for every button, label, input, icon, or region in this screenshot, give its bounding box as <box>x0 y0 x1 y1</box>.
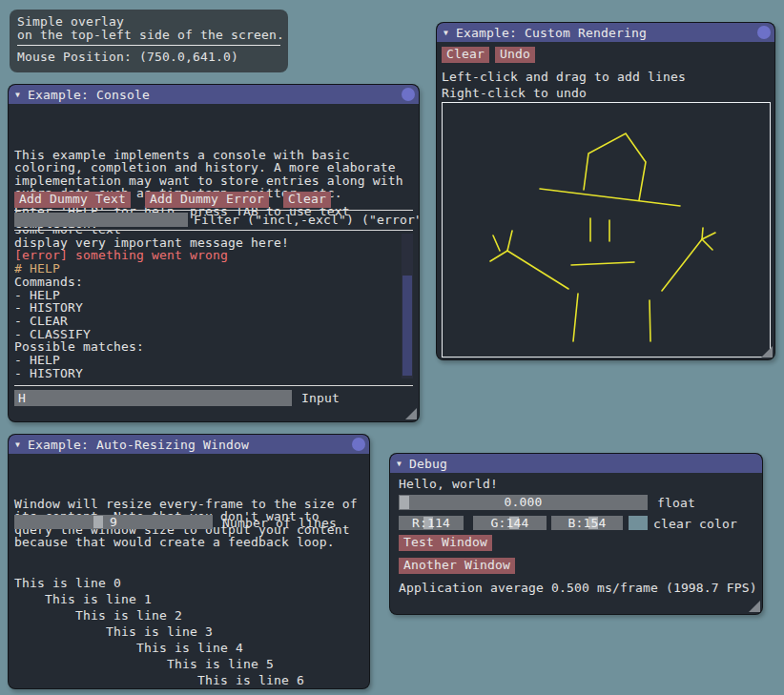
clear-button[interactable]: Clear <box>442 47 489 63</box>
list-item: This is line 1 <box>14 591 365 607</box>
clear-color-label: clear color <box>653 518 737 531</box>
window-title: Example: Auto-Resizing Window <box>28 438 249 452</box>
green-slider[interactable]: G:144 <box>473 516 547 530</box>
another-window-button[interactable]: Another Window <box>399 558 515 574</box>
clear-color-swatch[interactable] <box>629 516 648 530</box>
instruction-text: Right-click to undo <box>442 87 587 100</box>
collapse-arrow-icon[interactable]: ▼ <box>444 29 448 37</box>
debug-titlebar[interactable]: ▼ Debug <box>390 454 762 473</box>
list-item: This is line 3 <box>14 623 365 640</box>
filter-label: Filter ("incl,-excl") ("error" <box>194 214 420 227</box>
input-label: Input <box>301 392 340 405</box>
blue-slider[interactable]: B:154 <box>551 516 623 530</box>
console-button-row: Add Dummy Text Add Dummy Error Clear <box>14 192 338 208</box>
auto-resizing-window: ▼ Example: Auto-Resizing Window Window w… <box>8 434 370 689</box>
drawing-canvas[interactable] <box>442 102 771 358</box>
add-dummy-text-button[interactable]: Add Dummy Text <box>14 192 131 208</box>
slider-label: Number of lines <box>222 517 337 530</box>
float-slider[interactable]: 0.000 <box>399 495 648 510</box>
console-titlebar[interactable]: ▼ Example: Console <box>9 85 419 104</box>
resize-grip[interactable] <box>749 601 760 612</box>
custom-rendering-titlebar[interactable]: ▼ Example: Custom Rendering <box>437 23 774 42</box>
list-item: This is line 5 <box>14 656 365 672</box>
number-of-lines-slider[interactable]: 9 <box>14 515 213 529</box>
log-line: display very important message here! <box>14 236 400 250</box>
separator <box>17 45 280 46</box>
console-input[interactable]: H <box>14 390 292 406</box>
log-line: Commands: <box>14 276 400 289</box>
clear-button[interactable]: Clear <box>283 192 331 208</box>
debug-window: ▼ Debug Hello, world! 0.000 float R:114 … <box>389 453 763 615</box>
window-title: Debug <box>409 457 447 471</box>
line-list: This is line 0 This is line 1 This is li… <box>14 536 365 689</box>
list-item: This is line 2 <box>14 607 365 623</box>
log-line: - HISTORY <box>14 367 400 380</box>
collapse-arrow-icon[interactable]: ▼ <box>15 440 20 449</box>
simple-overlay: Simple overlay on the top-left side of t… <box>10 10 288 72</box>
log-line: # HELP <box>14 262 400 276</box>
instruction-text: Left-click and drag to add lines <box>442 71 686 84</box>
window-title: Example: Custom Rendering <box>456 26 647 40</box>
collapse-arrow-icon[interactable]: ▼ <box>397 460 402 468</box>
collapse-arrow-icon[interactable]: ▼ <box>15 91 20 99</box>
greeting-text: Hello, world! <box>399 478 498 491</box>
red-slider[interactable]: R:114 <box>399 516 464 530</box>
auto-resizing-titlebar[interactable]: ▼ Example: Auto-Resizing Window <box>9 435 369 454</box>
console-window: ▼ Example: Console This example implemen… <box>8 84 420 422</box>
float-slider-label: float <box>657 497 695 510</box>
scrollbar-thumb[interactable] <box>402 276 412 376</box>
log-line: - CLEAR <box>14 315 400 328</box>
custom-rendering-window: ▼ Example: Custom Rendering Clear Undo L… <box>436 22 775 360</box>
close-button[interactable] <box>757 26 771 39</box>
window-title: Example: Console <box>28 88 150 102</box>
log-line: [error] something went wrong <box>14 249 400 262</box>
list-item: This is line 0 <box>14 575 365 591</box>
resize-grip[interactable] <box>405 408 417 419</box>
log-line: - CLASSIFY <box>14 328 400 341</box>
mouse-position-text: Mouse Position: (750.0,641.0) <box>17 51 280 64</box>
log-line: - HELP <box>14 354 400 367</box>
separator <box>14 210 413 211</box>
close-button[interactable] <box>352 438 365 451</box>
list-item: This is line 6 <box>14 672 365 688</box>
close-button[interactable] <box>402 88 415 101</box>
console-scrollbar[interactable] <box>402 234 413 378</box>
log-line: - HISTORY <box>14 301 400 315</box>
overlay-text-line: on the top-left side of the screen. <box>17 29 280 42</box>
list-item: This is line 4 <box>14 640 365 656</box>
undo-button[interactable]: Undo <box>495 47 535 63</box>
list-item: This is line 7 <box>14 688 365 689</box>
test-window-button[interactable]: Test Window <box>399 535 492 551</box>
overlay-text-line: Simple overlay <box>17 15 280 29</box>
separator <box>14 385 413 386</box>
log-line: Possible matches: <box>14 340 400 354</box>
resize-grip[interactable] <box>761 346 773 358</box>
log-line: - HELP <box>14 289 400 302</box>
console-log[interactable]: some more textdisplay very important mes… <box>14 231 400 381</box>
stats-text: Application average 0.500 ms/frame (1998… <box>399 582 757 595</box>
filter-input[interactable] <box>14 213 188 227</box>
add-dummy-error-button[interactable]: Add Dummy Error <box>145 192 269 208</box>
drawing-svg <box>443 103 770 357</box>
